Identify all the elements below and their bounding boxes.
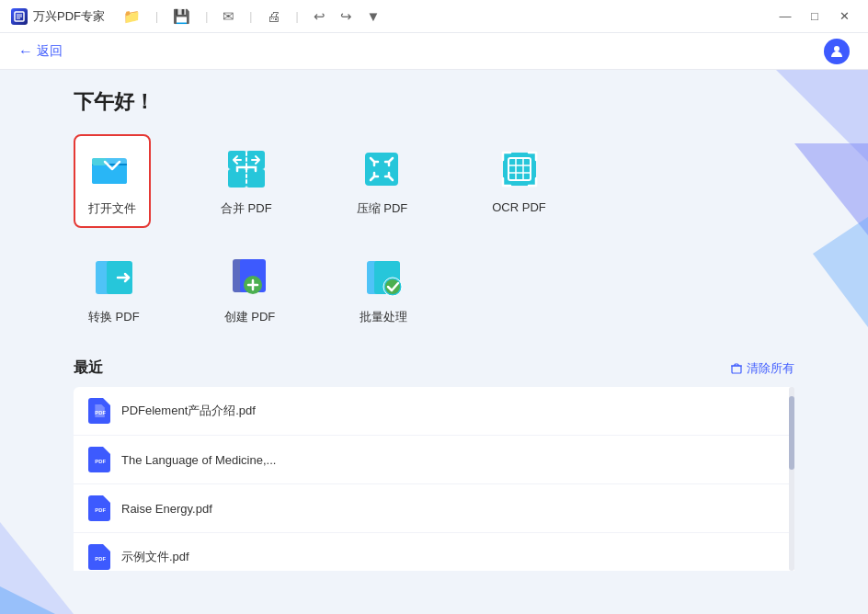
sep3: |	[246, 8, 256, 25]
pdf-doc-icon-1: PDF	[93, 404, 106, 417]
batch-action[interactable]: 批量处理	[345, 243, 422, 336]
toolbar: 📁 | 💾 | ✉ | 🖨 | ↩ ↪ ▼	[120, 6, 383, 27]
logo-icon	[11, 8, 28, 25]
open-file-action[interactable]: 打开文件	[74, 134, 151, 228]
svg-marker-7	[813, 217, 868, 327]
open-file-icon	[88, 145, 136, 193]
compress-pdf-action[interactable]: 压缩 PDF	[342, 134, 423, 228]
batch-icon	[360, 254, 407, 301]
undo-icon[interactable]: ↩	[310, 6, 329, 27]
svg-text:PDF: PDF	[95, 410, 106, 415]
file-icon-2: PDF	[88, 447, 110, 472]
file-name-3: Raise Energy.pdf	[121, 502, 212, 516]
merge-pdf-action[interactable]: 合并 PDF	[206, 134, 287, 228]
back-arrow-icon: ←	[18, 43, 33, 60]
main-content: 下午好！ 打开文件	[0, 70, 868, 614]
mail-icon[interactable]: ✉	[219, 6, 238, 27]
pdf-doc-icon-2: PDF	[93, 453, 106, 466]
recent-file-item-2[interactable]: PDF The Language of Medicine,...	[74, 436, 794, 484]
svg-point-4	[834, 46, 839, 51]
file-icon-3: PDF	[88, 495, 110, 521]
convert-pdf-action[interactable]: 转换 PDF	[74, 243, 154, 336]
convert-pdf-label: 转换 PDF	[88, 309, 140, 325]
recent-file-item-1[interactable]: PDF PDFelement产品介绍.pdf	[74, 387, 794, 436]
recent-list-container: PDF PDFelement产品介绍.pdf PDF The Language …	[74, 387, 794, 571]
navbar: ← 返回	[0, 33, 868, 70]
svg-rect-35	[732, 366, 741, 373]
merge-pdf-label: 合并 PDF	[221, 200, 272, 217]
recent-file-item-3[interactable]: PDF Raise Energy.pdf	[74, 484, 794, 533]
recent-list: PDF PDFelement产品介绍.pdf PDF The Language …	[74, 387, 794, 571]
compress-pdf-label: 压缩 PDF	[357, 200, 408, 217]
svg-marker-8	[0, 522, 74, 614]
file-icon-1: PDF	[88, 398, 110, 424]
recent-header: 最近 清除所有	[74, 358, 794, 378]
sep2: |	[201, 8, 211, 25]
file-icon-4: PDF	[88, 544, 110, 570]
trash-icon	[730, 362, 743, 375]
svg-text:PDF: PDF	[95, 556, 106, 562]
dropdown-icon[interactable]: ▼	[363, 6, 384, 26]
create-pdf-label: 创建 PDF	[224, 309, 276, 325]
scrollbar-thumb[interactable]	[789, 396, 794, 470]
maximize-button[interactable]: □	[802, 4, 828, 29]
sep1: |	[152, 8, 162, 25]
titlebar: 万兴PDF专家 📁 | 💾 | ✉ | 🖨 | ↩ ↪ ▼ — □ ✕	[0, 0, 868, 33]
recent-file-item-4[interactable]: PDF 示例文件.pdf	[74, 533, 794, 571]
file-name-1: PDFelement产品介绍.pdf	[121, 403, 256, 419]
recent-title: 最近	[74, 358, 103, 378]
convert-pdf-icon	[90, 254, 138, 301]
file-name-4: 示例文件.pdf	[121, 549, 189, 565]
action-row-2: 转换 PDF 创建 PDF	[74, 243, 794, 336]
merge-pdf-icon	[223, 145, 270, 193]
create-pdf-action[interactable]: 创建 PDF	[210, 243, 291, 336]
svg-marker-9	[0, 586, 55, 614]
svg-text:PDF: PDF	[95, 507, 106, 513]
compress-pdf-icon	[358, 145, 405, 193]
back-button[interactable]: ← 返回	[18, 43, 63, 60]
minimize-button[interactable]: —	[772, 4, 798, 29]
open-file-label: 打开文件	[88, 200, 136, 217]
back-label: 返回	[37, 43, 63, 60]
action-row-1: 打开文件 合并 PDF	[74, 134, 794, 228]
pdf-doc-icon-4: PDF	[93, 551, 106, 563]
file-name-2: The Language of Medicine,...	[121, 453, 276, 467]
app-logo: 万兴PDF专家	[11, 8, 105, 25]
greeting-text: 下午好！	[74, 88, 794, 116]
ocr-pdf-icon	[496, 145, 543, 193]
pdf-doc-icon-3: PDF	[93, 502, 106, 515]
open-folder-icon[interactable]: 📁	[120, 6, 144, 27]
clear-all-label: 清除所有	[747, 360, 794, 377]
ocr-pdf-label: OCR PDF	[492, 200, 546, 214]
print-icon[interactable]: 🖨	[263, 6, 284, 26]
window-controls: — □ ✕	[772, 4, 857, 29]
ocr-pdf-action[interactable]: OCR PDF	[477, 134, 561, 228]
sep4: |	[291, 8, 302, 25]
app-name-label: 万兴PDF专家	[33, 8, 105, 25]
redo-icon[interactable]: ↪	[337, 6, 356, 27]
create-pdf-icon	[225, 254, 273, 301]
save-icon[interactable]: 💾	[169, 6, 194, 27]
user-avatar[interactable]	[824, 39, 850, 64]
svg-text:PDF: PDF	[95, 459, 106, 464]
scrollbar[interactable]	[789, 387, 794, 571]
batch-label: 批量处理	[360, 309, 407, 325]
action-grid: 打开文件 合并 PDF	[74, 134, 794, 336]
svg-marker-6	[794, 143, 868, 235]
close-button[interactable]: ✕	[831, 4, 857, 29]
clear-all-button[interactable]: 清除所有	[730, 360, 794, 377]
